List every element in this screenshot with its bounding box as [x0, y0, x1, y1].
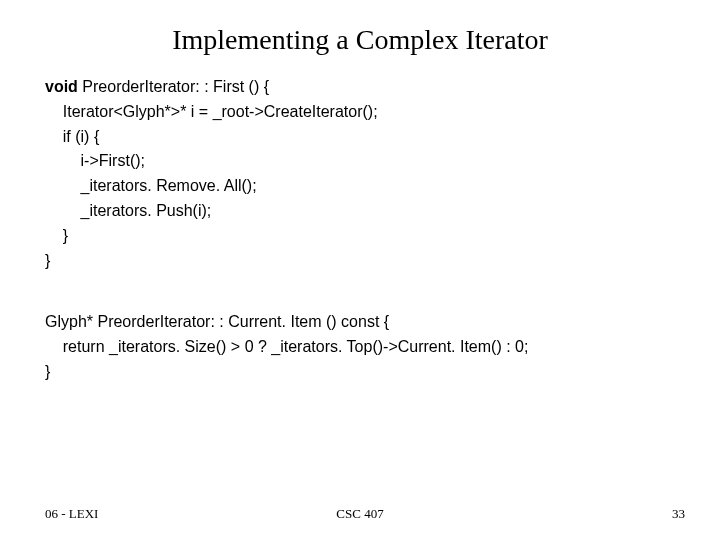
code-line: i->First(); [45, 152, 145, 169]
slide: Implementing a Complex Iterator void Pre… [0, 0, 720, 540]
code-line: } [45, 363, 50, 380]
keyword-void: void [45, 78, 78, 95]
code-line: Iterator<Glyph*>* i = _root->CreateItera… [45, 103, 378, 120]
code-line: return _iterators. Size() > 0 ? _iterato… [45, 338, 528, 355]
code-block-first: void PreorderIterator: : First () { Iter… [45, 75, 378, 273]
code-line: if (i) { [45, 128, 99, 145]
code-line: } [45, 227, 68, 244]
footer-right: 33 [672, 506, 685, 522]
code-line: _iterators. Remove. All(); [45, 177, 257, 194]
code-line: } [45, 252, 50, 269]
code-block-currentitem: Glyph* PreorderIterator: : Current. Item… [45, 310, 528, 384]
code-line: Glyph* PreorderIterator: : Current. Item… [45, 313, 389, 330]
code-line: PreorderIterator: : First () { [78, 78, 269, 95]
code-line: _iterators. Push(i); [45, 202, 211, 219]
slide-title: Implementing a Complex Iterator [0, 24, 720, 56]
footer-center: CSC 407 [0, 506, 720, 522]
